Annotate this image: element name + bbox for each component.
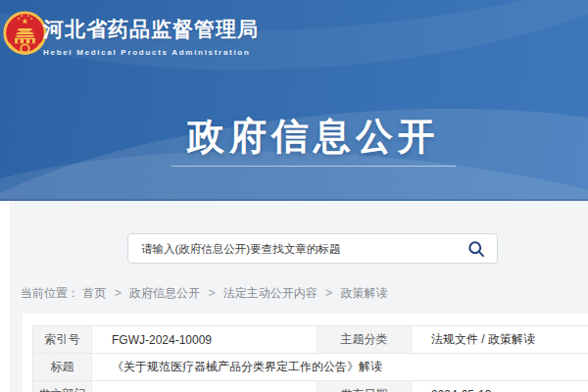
search-bar bbox=[127, 233, 498, 264]
breadcrumb-item-home[interactable]: 首页 bbox=[82, 286, 106, 300]
page-title: 政府信息公开 bbox=[0, 112, 588, 162]
document-info-card: 索引号 FGWJ-2024-10009 主题分类 法规文件 / 政策解读 标题 … bbox=[23, 314, 588, 392]
breadcrumb-item-statutory-disclosure[interactable]: 法定主动公开内容 bbox=[223, 286, 318, 300]
title-underline bbox=[172, 166, 456, 167]
document-info-table: 索引号 FGWJ-2024-10009 主题分类 法规文件 / 政策解读 标题 … bbox=[32, 325, 588, 392]
title-label: 标题 bbox=[33, 354, 92, 381]
breadcrumb-separator: > bbox=[208, 286, 215, 300]
national-emblem-icon bbox=[2, 10, 48, 59]
topic-category-label: 主题分类 bbox=[318, 326, 412, 354]
site-logo[interactable] bbox=[2, 10, 48, 59]
table-row: 标题 《关于规范医疗器械产品分类界定工作的公告》解读 bbox=[33, 354, 588, 381]
breadcrumb-separator: > bbox=[325, 286, 332, 300]
search-button[interactable] bbox=[466, 238, 487, 260]
search-input[interactable] bbox=[141, 243, 466, 255]
page: 河北省药品监督管理局 Hebei Medical Products Admini… bbox=[0, 0, 588, 392]
publish-date-value: 2024-05-13 bbox=[412, 381, 588, 392]
breadcrumb-separator: > bbox=[115, 286, 122, 300]
site-title-cn: 河北省药品监督管理局 bbox=[43, 16, 259, 43]
site-title-block: 河北省药品监督管理局 Hebei Medical Products Admini… bbox=[43, 16, 259, 57]
index-number-label: 索引号 bbox=[33, 326, 92, 354]
breadcrumb-item-info-disclosure[interactable]: 政府信息公开 bbox=[129, 286, 200, 300]
site-header: 河北省药品监督管理局 Hebei Medical Products Admini… bbox=[0, 0, 588, 78]
publish-date-label: 发布日期 bbox=[318, 381, 412, 392]
breadcrumb: 当前位置： 首页 > 政府信息公开 > 法定主动公开内容 > 政策解读 bbox=[21, 285, 387, 302]
issuing-department-label: 发文部门 bbox=[33, 381, 92, 392]
search-icon bbox=[466, 239, 486, 259]
index-number-value: FGWJ-2024-10009 bbox=[92, 326, 318, 354]
table-row: 发文部门 发布日期 2024-05-13 bbox=[33, 381, 588, 392]
title-value: 《关于规范医疗器械产品分类界定工作的公告》解读 bbox=[92, 354, 588, 381]
topic-category-value: 法规文件 / 政策解读 bbox=[412, 326, 588, 354]
site-title-en: Hebei Medical Products Administration bbox=[43, 48, 259, 57]
blue-banner-area: 河北省药品监督管理局 Hebei Medical Products Admini… bbox=[0, 0, 588, 201]
issuing-department-value bbox=[92, 381, 318, 392]
breadcrumb-item-policy-interpretation[interactable]: 政策解读 bbox=[340, 286, 387, 300]
table-row: 索引号 FGWJ-2024-10009 主题分类 法规文件 / 政策解读 bbox=[33, 326, 588, 354]
breadcrumb-prefix: 当前位置： bbox=[21, 286, 79, 300]
